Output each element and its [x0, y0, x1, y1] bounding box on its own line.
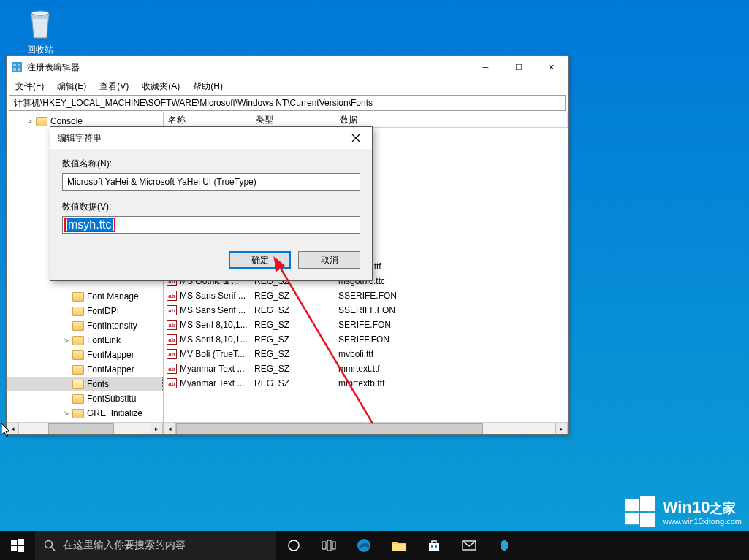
row-data: mmrtext.ttf: [335, 364, 568, 374]
tree-item[interactable]: Font Manage: [7, 289, 163, 304]
string-value-icon: ab: [167, 378, 177, 388]
maximize-button[interactable]: ☐: [502, 56, 535, 78]
folder-icon: [72, 380, 84, 389]
svg-rect-9: [625, 513, 639, 524]
list-row[interactable]: abMyanmar Text ...REG_SZmmrtext.ttf: [164, 361, 568, 376]
minimize-button[interactable]: ─: [469, 56, 502, 78]
ok-button[interactable]: 确定: [229, 251, 291, 269]
cortana-button[interactable]: [276, 531, 311, 560]
store-icon: [427, 539, 441, 552]
tree-item-label: FontDPI: [87, 306, 119, 316]
list-row[interactable]: abMS Sans Serif ...REG_SZSSERIFF.FON: [164, 303, 568, 318]
folder-icon: [72, 292, 84, 302]
explorer-button[interactable]: [381, 531, 417, 560]
tree-item[interactable]: FontDPI: [7, 304, 163, 318]
value-name-label: 数值名称(N):: [62, 158, 360, 170]
expand-icon[interactable]: >: [26, 118, 34, 126]
dialog-titlebar[interactable]: 编辑字符串: [50, 127, 372, 149]
mail-button[interactable]: [452, 531, 487, 560]
regedit-icon: [11, 61, 23, 73]
address-bar[interactable]: 计算机\HKEY_LOCAL_MACHINE\SOFTWARE\Microsof…: [9, 95, 566, 111]
watermark-brand: Win10: [663, 498, 710, 516]
svg-point-0: [31, 11, 49, 15]
windows-logo-icon: [625, 496, 655, 527]
svg-rect-11: [11, 540, 17, 545]
folder-icon: [72, 321, 84, 331]
tree-item[interactable]: FontMapper: [7, 348, 163, 362]
titlebar[interactable]: 注册表编辑器 ─ ☐ ✕: [7, 56, 568, 78]
col-name[interactable]: 名称: [164, 112, 251, 127]
string-value-icon: ab: [167, 320, 177, 330]
tree-item-label: FontSubstitu: [87, 394, 136, 404]
string-value-icon: ab: [167, 305, 177, 315]
taskview-icon: [322, 540, 336, 551]
row-type: REG_SZ: [251, 291, 335, 301]
tree-item[interactable]: >GRE_Initialize: [7, 406, 163, 421]
recycle-bin-icon: [23, 6, 58, 41]
menubar: 文件(F) 编辑(E) 查看(V) 收藏夹(A) 帮助(H): [7, 78, 568, 94]
dialog-title: 编辑字符串: [58, 132, 347, 145]
menu-fav[interactable]: 收藏夹(A): [136, 79, 186, 94]
folder-icon: [72, 394, 84, 404]
taskbar-search[interactable]: 在这里输入你要搜索的内容: [35, 531, 276, 560]
taskview-button[interactable]: [311, 531, 346, 560]
scroll-right-icon[interactable]: ▸: [555, 423, 568, 435]
svg-point-17: [289, 540, 299, 551]
tree-hscrollbar[interactable]: ◂ ▸: [7, 422, 163, 434]
list-row[interactable]: abMS Serif 8,10,1...REG_SZSERIFF.FON: [164, 332, 568, 347]
scroll-right-icon[interactable]: ▸: [151, 423, 163, 435]
recycle-bin-label: 回收站: [15, 44, 66, 56]
start-button[interactable]: [0, 531, 35, 560]
tree-item[interactable]: FontSubstitu: [7, 391, 163, 406]
tree-item-label: Console: [50, 116, 83, 126]
app-icon: [498, 539, 511, 552]
svg-rect-2: [13, 64, 16, 66]
svg-rect-5: [18, 68, 20, 71]
store-button[interactable]: [417, 531, 452, 560]
cursor-icon: [1, 423, 13, 438]
col-data[interactable]: 数据: [335, 112, 568, 127]
svg-rect-24: [435, 545, 437, 548]
cancel-button[interactable]: 取消: [298, 251, 360, 269]
menu-file[interactable]: 文件(F): [9, 79, 50, 94]
taskbar: 在这里输入你要搜索的内容: [0, 531, 749, 560]
app-button[interactable]: [487, 531, 522, 560]
row-name: MV Boli (TrueT...: [180, 349, 245, 359]
folder-icon: [392, 540, 406, 551]
expand-icon[interactable]: >: [62, 410, 71, 418]
watermark: Win10之家 www.win10xitong.com: [625, 496, 742, 527]
menu-edit[interactable]: 编辑(E): [51, 79, 92, 94]
tree-item-label: FontMapper: [87, 364, 134, 375]
expand-icon[interactable]: >: [62, 337, 71, 345]
tree-item[interactable]: FontIntensity: [7, 318, 163, 333]
folder-icon: [72, 365, 84, 375]
string-value-icon: ab: [167, 334, 177, 345]
svg-rect-13: [11, 546, 17, 551]
col-type[interactable]: 类型: [251, 112, 335, 127]
list-row[interactable]: abMS Sans Serif ...REG_SZSSERIFE.FON: [164, 288, 568, 303]
close-button[interactable]: ✕: [535, 56, 568, 78]
tree-item-label: Font Manage: [87, 291, 139, 302]
svg-rect-3: [18, 64, 20, 66]
edge-icon: [357, 538, 371, 553]
tree-item-label: FontLink: [87, 335, 121, 345]
folder-icon: [36, 117, 47, 126]
row-name: Myanmar Text ...: [180, 364, 244, 374]
menu-help[interactable]: 帮助(H): [187, 79, 229, 94]
desktop-recycle-bin[interactable]: 回收站: [15, 6, 66, 56]
list-row[interactable]: abMS Serif 8,10,1...REG_SZSERIFE.FON: [164, 318, 568, 332]
menu-view[interactable]: 查看(V): [94, 79, 134, 94]
row-type: REG_SZ: [251, 320, 335, 330]
edge-button[interactable]: [346, 531, 381, 560]
list-header[interactable]: 名称 类型 数据: [164, 112, 568, 128]
list-row[interactable]: abMyanmar Text ...REG_SZmmrtextb.ttf: [164, 376, 568, 391]
tree-item[interactable]: FontMapper: [7, 362, 163, 377]
tree-item[interactable]: Fonts: [7, 377, 163, 391]
search-placeholder: 在这里输入你要搜索的内容: [63, 539, 186, 552]
tree-item[interactable]: >FontLink: [7, 333, 163, 348]
dialog-close-button[interactable]: [347, 129, 365, 147]
value-name-field[interactable]: [62, 173, 360, 191]
list-hscrollbar[interactable]: ◂ ▸: [164, 422, 568, 434]
list-row[interactable]: abMV Boli (TrueT...REG_SZmvboli.ttf: [164, 347, 568, 361]
scroll-left-icon[interactable]: ◂: [164, 423, 176, 435]
